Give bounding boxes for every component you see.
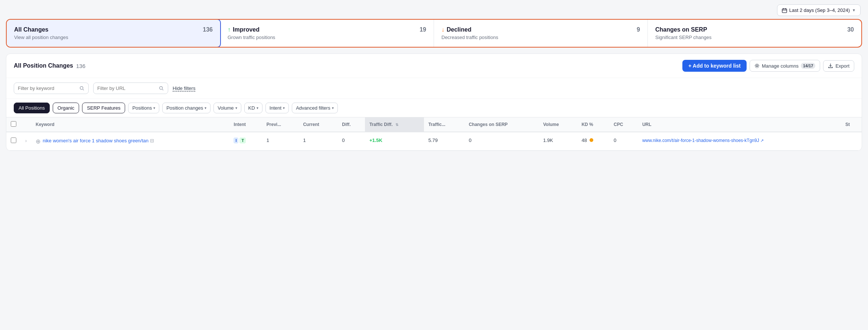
export-icon <box>828 63 833 68</box>
chevron-down-icon: ▼ <box>852 8 856 12</box>
intent-dropdown[interactable]: Intent ▾ <box>265 103 289 113</box>
summary-card-subtitle-improved: Grown traffic positions <box>228 35 426 40</box>
volume-dropdown[interactable]: Volume ▾ <box>213 103 241 113</box>
keyword-search-icon <box>79 86 85 91</box>
row-url-cell: www.nike.com/t/air-force-1-shadow-womens… <box>638 132 841 151</box>
position-changes-chevron-icon: ▾ <box>205 106 206 110</box>
summary-card-declined[interactable]: ↓ Declined 9 Decreased traffic positions <box>434 20 648 47</box>
external-link-icon: ↗ <box>760 138 764 143</box>
row-expand-cell: › <box>21 132 31 151</box>
date-picker-button[interactable]: Last 2 days (Sep 3–4, 2024) ▼ <box>777 4 861 16</box>
hide-filters-button[interactable]: Hide filters <box>173 85 195 91</box>
svg-point-3 <box>160 86 163 89</box>
summary-card-subtitle-declined: Decreased traffic positions <box>441 35 640 40</box>
url-filter-input[interactable] <box>97 85 157 91</box>
row-changes-on-serp-cell: 0 <box>464 132 539 151</box>
summary-card-title-declined: ↓ Declined <box>441 26 471 33</box>
main-content: All Position Changes 136 + Add to keywor… <box>6 54 862 151</box>
summary-card-count-declined: 9 <box>637 26 640 33</box>
col-kd: KD % <box>577 117 609 132</box>
summary-card-all-changes[interactable]: All Changes 136 View all position change… <box>6 19 221 48</box>
col-traffic-diff[interactable]: Traffic Diff. ⇅ <box>365 117 424 132</box>
filters-bar: Hide filters <box>6 78 862 98</box>
summary-cards: All Changes 136 View all position change… <box>6 19 862 48</box>
advanced-filters-dropdown[interactable]: Advanced filters ▾ <box>292 103 338 113</box>
tab-all-positions[interactable]: All Positions <box>14 103 50 113</box>
kd-chevron-icon: ▾ <box>257 106 258 110</box>
tab-organic[interactable]: Organic <box>53 103 79 113</box>
col-current: Current <box>298 117 337 132</box>
row-previous-cell: 1 <box>262 132 299 151</box>
summary-card-subtitle-serp: Significant SERP changes <box>655 35 854 40</box>
header-actions: + Add to keyword list Manage columns 14/… <box>682 60 854 72</box>
row-traffic-cell: 5.79 <box>424 132 464 151</box>
arrow-up-icon: ↑ <box>228 26 231 33</box>
summary-card-serp[interactable]: Changes on SERP 30 Significant SERP chan… <box>648 20 861 47</box>
table-head: Keyword Intent Previ... Current Diff. Tr… <box>6 117 862 132</box>
data-table: Keyword Intent Previ... Current Diff. Tr… <box>6 117 862 151</box>
row-st-cell <box>841 132 862 151</box>
intent-badge-i: I <box>234 138 238 143</box>
row-current-cell: 1 <box>298 132 337 151</box>
svg-point-1 <box>756 65 758 67</box>
row-traffic-diff-cell: +1.5K <box>365 132 424 151</box>
intent-badge-t: T <box>239 138 246 143</box>
row-diff-cell: 0 <box>337 132 365 151</box>
positions-chevron-icon: ▾ <box>153 106 155 110</box>
col-url: URL <box>638 117 841 132</box>
manage-columns-button[interactable]: Manage columns 14/17 <box>750 60 820 72</box>
keyword-filter-input[interactable] <box>18 85 77 91</box>
manage-columns-badge: 14/17 <box>801 63 816 69</box>
col-intent: Intent <box>229 117 262 132</box>
top-bar: Last 2 days (Sep 3–4, 2024) ▼ <box>0 0 868 19</box>
url-link[interactable]: www.nike.com/t/air-force-1-shadow-womens… <box>642 138 759 143</box>
arrow-down-icon: ↓ <box>441 26 444 33</box>
gear-icon <box>754 63 760 68</box>
export-button[interactable]: Export <box>823 60 854 72</box>
calendar-icon <box>782 8 787 13</box>
summary-card-title-serp: Changes on SERP <box>655 26 707 33</box>
col-diff: Diff. <box>337 117 365 132</box>
col-keyword: Keyword <box>31 117 229 132</box>
select-all-checkbox[interactable] <box>11 121 16 127</box>
summary-card-title: All Changes <box>14 26 48 33</box>
position-changes-dropdown[interactable]: Position changes ▾ <box>162 103 211 113</box>
table-row: › ⊕ nike women's air force 1 shadow shoe… <box>6 132 862 151</box>
svg-rect-0 <box>782 9 787 13</box>
keyword-filter-wrap <box>14 82 89 94</box>
url-filter-wrap <box>93 82 168 94</box>
sort-icon: ⇅ <box>395 123 398 127</box>
filter-tabs-bar: All Positions Organic SERP Features Posi… <box>6 98 862 117</box>
summary-card-count-improved: 19 <box>420 26 426 33</box>
positions-dropdown[interactable]: Positions ▾ <box>128 103 159 113</box>
col-traffic: Traffic... <box>424 117 464 132</box>
table-body: › ⊕ nike women's air force 1 shadow shoe… <box>6 132 862 151</box>
col-st: St <box>841 117 862 132</box>
summary-card-improved[interactable]: ↑ Improved 19 Grown traffic positions <box>220 20 434 47</box>
svg-point-2 <box>80 86 83 89</box>
row-checkbox[interactable] <box>11 138 16 143</box>
col-checkbox <box>6 117 21 132</box>
row-volume-cell: 1.9K <box>539 132 577 151</box>
volume-chevron-icon: ▾ <box>235 106 237 110</box>
kd-dot <box>590 138 593 142</box>
kd-dropdown[interactable]: KD ▾ <box>244 103 262 113</box>
add-circle-button[interactable]: ⊕ <box>36 138 40 145</box>
row-expand-button[interactable]: › <box>25 138 27 143</box>
tab-serp-features[interactable]: SERP Features <box>82 103 125 113</box>
add-to-keyword-list-button[interactable]: + Add to keyword list <box>682 60 747 72</box>
table-title: All Position Changes 136 <box>14 62 85 69</box>
row-checkbox-cell <box>6 132 21 151</box>
table-title-count: 136 <box>76 63 85 69</box>
col-previous: Previ... <box>262 117 299 132</box>
summary-card-count: 136 <box>203 26 213 33</box>
keyword-link[interactable]: nike women's air force 1 shadow shoes gr… <box>43 138 149 143</box>
row-intent-cell: I T <box>229 132 262 151</box>
url-search-icon <box>159 86 164 91</box>
row-cpc-cell: 0 <box>609 132 638 151</box>
date-label: Last 2 days (Sep 3–4, 2024) <box>789 7 850 13</box>
row-kd-cell: 48 <box>577 132 609 151</box>
col-changes-on-serp: Changes on SERP <box>464 117 539 132</box>
col-expand <box>21 117 31 132</box>
col-volume: Volume <box>539 117 577 132</box>
